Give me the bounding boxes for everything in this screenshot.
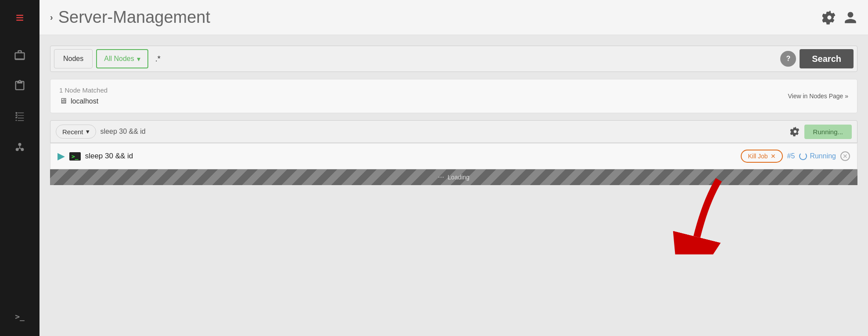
user-icon (843, 11, 857, 25)
network-icon (14, 141, 26, 153)
view-nodes-link[interactable]: View in Nodes Page » (788, 93, 849, 100)
command-settings-button[interactable] (790, 127, 800, 136)
node-name: localhost (71, 97, 98, 105)
loading-bar: ⋯ Loading (50, 169, 857, 185)
recent-label: Recent (62, 128, 83, 136)
briefcase-icon (14, 49, 26, 61)
topbar-actions (822, 11, 857, 25)
node-item: 🖥 localhost (59, 97, 108, 106)
node-matched-panel: 1 Node Matched 🖥 localhost View in Nodes… (50, 79, 857, 113)
search-input[interactable] (152, 54, 777, 64)
nodes-button[interactable]: Nodes (54, 49, 93, 68)
kill-job-label: Kill Job (748, 153, 768, 160)
recent-dropdown-arrow: ▾ (86, 128, 90, 136)
logo-icon: ≡ (16, 11, 24, 25)
sidebar-item-nodes[interactable] (0, 132, 39, 162)
sidebar-terminal[interactable]: >_ (0, 301, 39, 332)
page-title: Server-Management (58, 8, 210, 27)
sidebar-item-commands[interactable] (0, 70, 39, 101)
running-label: Running (810, 152, 836, 160)
all-nodes-button[interactable]: All Nodes ▾ (96, 49, 148, 68)
command-row: Recent ▾ sleep 30 && id Running... (50, 120, 857, 143)
loading-spinner: ⋯ (438, 174, 444, 181)
command-display: sleep 30 && id (100, 128, 786, 136)
kill-job-x: ✕ (771, 153, 776, 160)
sidebar: ≡ (0, 0, 39, 336)
command-section: Recent ▾ sleep 30 && id Running... ▶ >_ … (50, 120, 857, 185)
recent-button[interactable]: Recent ▾ (56, 125, 96, 139)
content: Nodes All Nodes ▾ ? Search 1 Node Matche… (39, 35, 868, 196)
node-matched-left: 1 Node Matched 🖥 localhost (59, 86, 108, 106)
job-command: sleep 30 && id (85, 152, 737, 161)
running-status: Running (799, 152, 836, 160)
node-matched-label: 1 Node Matched (59, 86, 108, 94)
kill-job-button[interactable]: Kill Job ✕ (741, 150, 782, 163)
clipboard-icon (14, 79, 26, 92)
search-bar: Nodes All Nodes ▾ ? Search (50, 46, 857, 72)
topbar: › Server-Management (39, 0, 868, 35)
help-button[interactable]: ? (780, 51, 796, 67)
sidebar-item-jobs[interactable] (0, 39, 39, 70)
loading-label: Loading (448, 174, 470, 181)
allnodes-dropdown-arrow: ▾ (137, 55, 140, 63)
terminal-small-icon: >_ (69, 152, 81, 161)
search-button[interactable]: Search (800, 49, 854, 68)
server-icon: 🖥 (59, 97, 67, 106)
gear-icon (822, 11, 836, 25)
settings-button[interactable] (822, 11, 836, 25)
breadcrumb: › Server-Management (50, 8, 822, 27)
command-gear-icon (790, 127, 800, 136)
sidebar-nav (0, 35, 39, 301)
sidebar-logo[interactable]: ≡ (0, 0, 39, 35)
content-wrapper: Nodes All Nodes ▾ ? Search 1 Node Matche… (39, 35, 868, 336)
all-nodes-label: All Nodes (104, 55, 134, 63)
job-row: ▶ >_ sleep 30 && id Kill Job (50, 143, 857, 169)
job-number-link[interactable]: #5 (787, 152, 795, 160)
running-button[interactable]: Running... (804, 125, 852, 139)
main-area: › Server-Management Nodes All Nodes (39, 0, 868, 336)
job-close-button[interactable]: ✕ (840, 151, 850, 161)
user-button[interactable] (843, 11, 857, 25)
breadcrumb-arrow: › (50, 12, 53, 22)
play-icon[interactable]: ▶ (57, 150, 65, 162)
sidebar-item-activity[interactable] (0, 101, 39, 132)
terminal-icon: >_ (15, 312, 25, 321)
tasklist-icon (14, 110, 26, 122)
spinner-icon (799, 152, 807, 160)
